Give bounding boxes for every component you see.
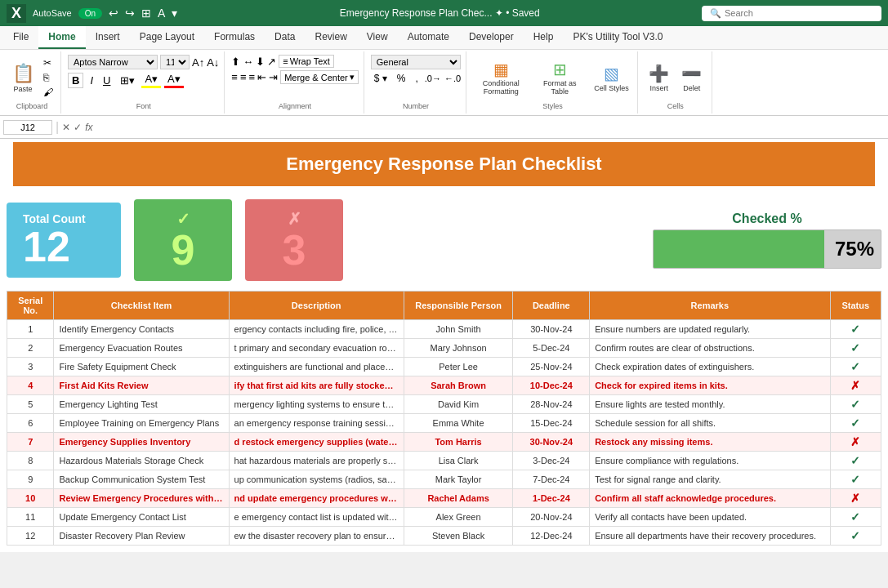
row-deadline[interactable]: 30-Nov-24 [513, 320, 590, 339]
row-remarks[interactable]: Verify all contacts have been updated. [590, 508, 830, 527]
tab-review[interactable]: Review [305, 26, 356, 49]
row-status[interactable]: ✗ [830, 489, 881, 508]
cell-reference[interactable] [3, 120, 52, 135]
row-deadline[interactable]: 3-Dec-24 [513, 452, 590, 470]
row-serial[interactable]: 5 [7, 395, 54, 414]
row-checklist-item[interactable]: Fire Safety Equipment Check [54, 358, 229, 376]
format-painter-icon[interactable]: 🖌 [41, 86, 56, 99]
row-person[interactable]: Steven Black [404, 527, 513, 546]
decrease-font-icon[interactable]: A↓ [207, 56, 219, 69]
row-person[interactable]: Peter Lee [404, 358, 513, 376]
tab-automate[interactable]: Automate [398, 26, 459, 49]
font-name-select[interactable]: Aptos Narrow [68, 55, 158, 69]
row-remarks[interactable]: Schedule session for all shifts. [590, 414, 830, 433]
tab-pk-utility[interactable]: PK's Utility Tool V3.0 [563, 26, 672, 49]
row-serial[interactable]: 11 [7, 508, 54, 527]
row-deadline[interactable]: 20-Nov-24 [513, 508, 590, 527]
row-checklist-item[interactable]: Review Emergency Procedures with Staff [54, 489, 229, 508]
tab-insert[interactable]: Insert [86, 26, 130, 49]
row-person[interactable]: Rachel Adams [404, 489, 513, 508]
indent-more-icon[interactable]: ⇥ [269, 71, 278, 83]
row-checklist-item[interactable]: Employee Training on Emergency Plans [54, 414, 229, 433]
row-remarks[interactable]: Ensure all departments have their recove… [590, 527, 830, 546]
font-color-button[interactable]: A▾ [164, 72, 184, 88]
row-serial[interactable]: 1 [7, 320, 54, 339]
align-left-icon[interactable]: ≡ [231, 71, 238, 83]
row-deadline[interactable]: 12-Dec-24 [513, 527, 590, 546]
currency-button[interactable]: $ ▾ [371, 72, 390, 85]
row-status[interactable]: ✓ [830, 320, 881, 339]
row-description[interactable]: extinguishers are functional and placed … [229, 358, 404, 376]
wrap-text-button[interactable]: ≡ Wrap Text [279, 55, 334, 68]
row-serial[interactable]: 8 [7, 452, 54, 470]
row-checklist-item[interactable]: Emergency Lighting Test [54, 395, 229, 414]
row-description[interactable]: d restock emergency supplies (water, foo… [229, 433, 404, 452]
merge-center-button[interactable]: Merge & Center ▾ [280, 70, 359, 84]
indent-less-icon[interactable]: ⇤ [257, 71, 266, 83]
row-status[interactable]: ✓ [830, 339, 881, 358]
row-person[interactable]: Tom Harris [404, 433, 513, 452]
row-person[interactable]: John Smith [404, 320, 513, 339]
bold-button[interactable]: B [68, 73, 83, 88]
copy-icon[interactable]: ⎘ [41, 71, 56, 84]
percent-button[interactable]: % [394, 72, 409, 85]
tab-help[interactable]: Help [524, 26, 564, 49]
italic-button[interactable]: I [87, 74, 96, 87]
row-deadline[interactable]: 30-Nov-24 [513, 433, 590, 452]
row-serial[interactable]: 2 [7, 339, 54, 358]
font-size-select[interactable]: 11 [160, 55, 190, 69]
row-deadline[interactable]: 28-Nov-24 [513, 395, 590, 414]
undo-icon[interactable]: ↩ [109, 7, 118, 20]
fx-label[interactable]: fx [85, 122, 92, 133]
row-checklist-item[interactable]: Emergency Evacuation Routes [54, 339, 229, 358]
row-deadline[interactable]: 10-Dec-24 [513, 376, 590, 395]
decrease-decimal-icon[interactable]: ←.0 [444, 74, 461, 83]
row-remarks[interactable]: Restock any missing items. [590, 433, 830, 452]
row-remarks[interactable]: Check for expired items in kits. [590, 376, 830, 395]
fill-color-button[interactable]: A▾ [141, 72, 161, 88]
align-right-icon[interactable]: ≡ [249, 71, 256, 83]
row-remarks[interactable]: Confirm routes are clear of obstructions… [590, 339, 830, 358]
row-checklist-item[interactable]: Hazardous Materials Storage Check [54, 452, 229, 470]
tab-file[interactable]: File [3, 26, 38, 49]
row-deadline[interactable]: 5-Dec-24 [513, 339, 590, 358]
cell-styles-button[interactable]: ▧ Cell Styles [591, 62, 632, 94]
row-status[interactable]: ✓ [830, 508, 881, 527]
redo-icon[interactable]: ↪ [125, 7, 135, 20]
row-status[interactable]: ✓ [830, 414, 881, 433]
row-checklist-item[interactable]: First Aid Kits Review [54, 376, 229, 395]
row-description[interactable]: ify that first aid kits are fully stocke… [229, 376, 404, 395]
search-input[interactable] [725, 8, 855, 18]
row-remarks[interactable]: Ensure compliance with regulations. [590, 452, 830, 470]
insert-button[interactable]: ➕ Insert [645, 62, 674, 94]
tab-data[interactable]: Data [265, 26, 305, 49]
row-person[interactable]: David Kim [404, 395, 513, 414]
align-top-icon[interactable]: ⬆ [231, 56, 240, 68]
underline-button[interactable]: U [100, 74, 114, 87]
tab-view[interactable]: View [357, 26, 398, 49]
font-color-icon[interactable]: A [158, 7, 165, 20]
row-description[interactable]: t primary and secondary evacuation route… [229, 339, 404, 358]
tab-home[interactable]: Home [38, 26, 85, 49]
cut-icon[interactable]: ✂ [41, 56, 56, 69]
row-remarks[interactable]: Ensure numbers are updated regularly. [590, 320, 830, 339]
row-remarks[interactable]: Check expiration dates of extinguishers. [590, 358, 830, 376]
increase-font-icon[interactable]: A↑ [192, 56, 204, 69]
row-deadline[interactable]: 1-Dec-24 [513, 489, 590, 508]
row-deadline[interactable]: 7-Dec-24 [513, 470, 590, 489]
increase-decimal-icon[interactable]: .0→ [425, 74, 441, 83]
row-deadline[interactable]: 25-Nov-24 [513, 358, 590, 376]
number-format-select[interactable]: General [371, 55, 461, 69]
row-person[interactable]: Emma White [404, 414, 513, 433]
row-description[interactable]: ergency contacts including fire, police,… [229, 320, 404, 339]
row-remarks[interactable]: Confirm all staff acknowledge procedures… [590, 489, 830, 508]
tab-formulas[interactable]: Formulas [204, 26, 265, 49]
row-checklist-item[interactable]: Emergency Supplies Inventory [54, 433, 229, 452]
row-description[interactable]: an emergency response training session f… [229, 414, 404, 433]
tab-page-layout[interactable]: Page Layout [130, 26, 204, 49]
row-description[interactable]: mergency lighting systems to ensure they… [229, 395, 404, 414]
row-status[interactable]: ✓ [830, 527, 881, 546]
row-status[interactable]: ✗ [830, 433, 881, 452]
row-description[interactable]: e emergency contact list is updated with… [229, 508, 404, 527]
row-serial[interactable]: 6 [7, 414, 54, 433]
